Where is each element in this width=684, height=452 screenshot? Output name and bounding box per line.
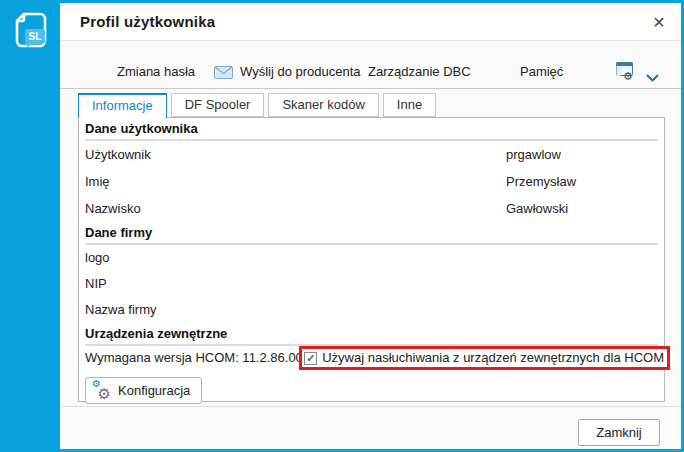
row-label: Imię — [85, 174, 110, 189]
info-panel: Dane użytkownika Użytkownik prgawlow Imi… — [78, 117, 665, 402]
row-label: logo — [85, 250, 110, 265]
app-sidebar: SL — [0, 0, 60, 452]
section-header-user-data: Dane użytkownika — [85, 118, 658, 141]
row-nip: NIP — [85, 271, 658, 297]
zamknij-button[interactable]: Zamknij — [578, 419, 660, 446]
toolbar-change-password[interactable]: Zmiana hasła — [117, 64, 195, 79]
envelope-icon — [214, 65, 233, 83]
row-value: Przemysław — [506, 168, 576, 195]
row-label: Nazwisko — [85, 201, 141, 216]
dialog-window: Profil użytkownika ✕ Zmiana hasła Wyślij… — [60, 0, 684, 452]
dialog-body: Zmiana hasła Wyślij do producenta Zarząd… — [60, 41, 681, 449]
row-imie: Imię Przemysław — [85, 168, 658, 195]
dialog-footer: Zamknij — [60, 406, 681, 449]
toolbar-dbc-management[interactable]: Zarządzanie DBC — [368, 64, 471, 79]
toolbar-send-to-producer[interactable]: Wyślij do producenta — [240, 64, 361, 79]
tab-inne[interactable]: Inne — [383, 93, 436, 117]
hcom-listen-checkbox[interactable]: ✓ — [304, 352, 317, 365]
svg-text:⚙: ⚙ — [623, 70, 633, 82]
close-icon[interactable]: ✕ — [647, 10, 671, 34]
tab-skaner-kodow[interactable]: Skaner kodów — [268, 93, 378, 117]
row-label: Nazwa firmy — [85, 302, 157, 317]
hcom-version-text: Wymagana wersja HCOM: 11.2.86.005 — [85, 350, 310, 365]
hcom-highlight-box: ✓ Używaj nasłuchiwania z urządzeń zewnęt… — [299, 346, 670, 370]
app-logo-badge-text: SL — [29, 31, 42, 42]
tab-bar: Informacje DF Spooler Skaner kodów Inne — [78, 93, 440, 117]
row-value: prgawlow — [506, 141, 561, 168]
gears-icon: ⚙ ⚙ — [92, 382, 111, 400]
window-settings-icon[interactable]: ⚙ — [616, 62, 638, 86]
dialog-title: Profil użytkownika — [80, 13, 215, 30]
hcom-checkbox-label[interactable]: Używaj nasłuchiwania z urządzeń zewnętrz… — [322, 346, 664, 370]
row-nazwa-firmy: Nazwa firmy — [85, 297, 658, 323]
toolbar: Zmiana hasła Wyślij do producenta Zarząd… — [60, 56, 681, 89]
section-header-external-devices: Urządzenia zewnętrzne — [85, 323, 658, 346]
row-uzytkownik: Użytkownik prgawlow — [85, 141, 658, 168]
konfiguracja-label: Konfiguracja — [118, 383, 190, 398]
row-nazwisko: Nazwisko Gawłowski — [85, 195, 658, 222]
row-label: Użytkownik — [85, 147, 151, 162]
tab-df-spooler[interactable]: DF Spooler — [171, 93, 265, 117]
row-value: Gawłowski — [506, 195, 568, 222]
dialog-titlebar: Profil użytkownika ✕ — [60, 3, 681, 41]
row-label: NIP — [85, 276, 107, 291]
konfiguracja-button[interactable]: ⚙ ⚙ Konfiguracja — [85, 377, 202, 404]
app-logo-sl-icon: SL — [11, 10, 53, 54]
chevron-down-icon[interactable] — [646, 69, 659, 87]
section-header-company-data: Dane firmy — [85, 222, 658, 245]
hcom-row: Wymagana wersja HCOM: 11.2.86.005 ✓ Używ… — [85, 346, 658, 370]
toolbar-memory[interactable]: Pamięć — [520, 64, 563, 79]
tab-informacje[interactable]: Informacje — [78, 93, 167, 118]
row-logo: logo — [85, 245, 658, 271]
